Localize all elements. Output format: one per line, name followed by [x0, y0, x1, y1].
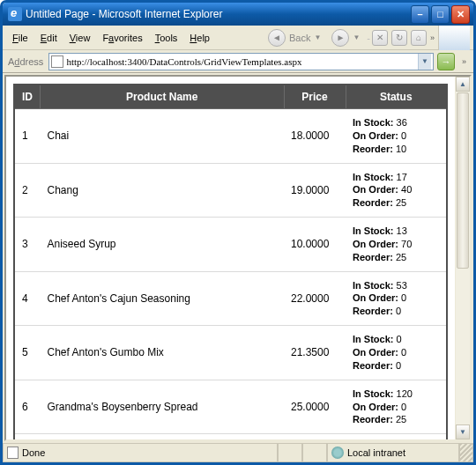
cell-name: Chang — [41, 163, 285, 218]
document-icon — [7, 447, 19, 459]
cell-name: Chef Anton's Cajun Seasoning — [41, 271, 285, 326]
maximize-button[interactable]: □ — [431, 5, 450, 24]
grid-header-row: ID Product Name Price Status — [14, 85, 447, 109]
titlebar[interactable]: Untitled Page - Microsoft Internet Explo… — [3, 3, 473, 26]
table-row: 4Chef Anton's Cajun Seasoning22.0000In S… — [14, 271, 447, 326]
table-row: 1Chai18.0000In Stock: 36On Order: 0Reord… — [14, 109, 447, 164]
ie-app-icon — [8, 7, 22, 21]
menu-edit[interactable]: Edit — [34, 30, 63, 46]
content-area: ID Product Name Price Status 1Chai18.000… — [4, 75, 472, 441]
cell-id: 1 — [14, 109, 41, 164]
address-label: Address — [6, 56, 45, 67]
cell-status: In Stock: 36On Order: 0Reorder: 10 — [346, 109, 447, 164]
menu-view[interactable]: View — [63, 30, 97, 46]
cell-status: In Stock: 13On Order: 70Reorder: 25 — [346, 218, 447, 272]
minimize-button[interactable]: – — [411, 5, 429, 24]
cell-id: 3 — [14, 218, 41, 272]
cell-id: 5 — [14, 326, 41, 380]
table-row: 5Chef Anton's Gumbo Mix21.3500In Stock: … — [14, 326, 447, 380]
cell-id: 2 — [14, 163, 41, 218]
menu-tools[interactable]: Tools — [149, 30, 184, 46]
status-text: Done — [22, 447, 45, 458]
home-button[interactable]: ⌂ — [411, 30, 427, 46]
window-title: Untitled Page - Microsoft Internet Explo… — [26, 8, 411, 20]
cell-price: 21.3500 — [284, 326, 346, 380]
cell-name: Aniseed Syrup — [41, 218, 285, 272]
products-grid: ID Product Name Price Status 1Chai18.000… — [13, 84, 448, 439]
header-status: Status — [346, 85, 447, 109]
cell-id: 4 — [14, 271, 41, 326]
resize-grip[interactable] — [459, 444, 473, 462]
address-input-container: ▼ — [48, 53, 434, 70]
cell-name: Grandma's Boysenberry Spread — [41, 380, 285, 434]
header-id: ID — [14, 85, 41, 109]
menu-favorites[interactable]: Favorites — [96, 30, 148, 46]
cell-status: In Stock: 15On Order: 0Reorder: 10 — [346, 434, 447, 439]
zone-icon — [331, 447, 344, 459]
back-label: Back — [289, 33, 310, 43]
cell-name: Chai — [41, 109, 285, 164]
cell-price: 22.0000 — [284, 271, 346, 326]
cell-status: In Stock: 17On Order: 40Reorder: 25 — [346, 163, 447, 218]
menu-file[interactable]: File — [6, 30, 34, 46]
scroll-down-button[interactable]: ▼ — [456, 424, 470, 439]
separator: - — [367, 33, 370, 43]
address-input[interactable] — [66, 56, 418, 67]
table-row: 7Uncle Bob's Organic Dried Pears30.0000I… — [14, 434, 447, 439]
cell-price: 10.0000 — [284, 218, 346, 272]
table-row: 6Grandma's Boysenberry Spread25.0000In S… — [14, 380, 447, 434]
cell-price: 18.0000 — [284, 109, 346, 164]
cell-name: Chef Anton's Gumbo Mix — [41, 326, 285, 380]
table-row: 2Chang19.0000In Stock: 17On Order: 40Reo… — [14, 163, 447, 218]
address-bar: Address ▼ → » — [3, 50, 473, 73]
chevron-down-icon: ▼ — [314, 33, 321, 41]
cell-id: 7 — [14, 434, 41, 439]
page-icon — [51, 55, 63, 68]
scroll-up-button[interactable]: ▲ — [456, 77, 470, 92]
address-overflow[interactable]: » — [462, 57, 466, 66]
header-name: Product Name — [41, 85, 285, 109]
cell-price: 25.0000 — [284, 380, 346, 434]
cell-status: In Stock: 0On Order: 0Reorder: 0 — [346, 326, 447, 380]
cell-price: 19.0000 — [284, 163, 346, 218]
cell-price: 30.0000 — [284, 434, 346, 439]
cell-status: In Stock: 53On Order: 0Reorder: 0 — [346, 271, 447, 326]
header-price: Price — [284, 85, 346, 109]
close-button[interactable]: ✕ — [451, 5, 470, 24]
forward-icon: ► — [331, 29, 349, 47]
cell-name: Uncle Bob's Organic Dried Pears — [41, 434, 285, 439]
back-icon: ◄ — [268, 29, 286, 47]
ie-logo-icon — [438, 26, 470, 50]
address-dropdown[interactable]: ▼ — [418, 54, 431, 70]
chevron-down-icon: ▼ — [353, 33, 360, 41]
table-row: 3Aniseed Syrup10.0000In Stock: 13On Orde… — [14, 218, 447, 272]
zone-text: Local intranet — [347, 447, 405, 458]
refresh-button[interactable]: ↻ — [391, 30, 407, 46]
statusbar: Done Local intranet — [3, 443, 473, 462]
back-button[interactable]: ◄ Back ▼ — [263, 27, 326, 48]
cell-status: In Stock: 120On Order: 0Reorder: 25 — [346, 380, 447, 434]
stop-button[interactable]: ✕ — [372, 30, 388, 46]
go-button[interactable]: → — [437, 53, 455, 70]
cell-id: 6 — [14, 380, 41, 434]
menu-help[interactable]: Help — [183, 30, 216, 46]
scroll-thumb[interactable] — [457, 92, 469, 269]
toolbar-overflow[interactable]: » — [430, 33, 435, 42]
forward-button[interactable]: ► ▼ — [326, 27, 365, 48]
vertical-scrollbar[interactable]: ▲ ▼ — [455, 77, 470, 439]
menubar: File Edit View Favorites Tools Help ◄ Ba… — [3, 26, 473, 50]
